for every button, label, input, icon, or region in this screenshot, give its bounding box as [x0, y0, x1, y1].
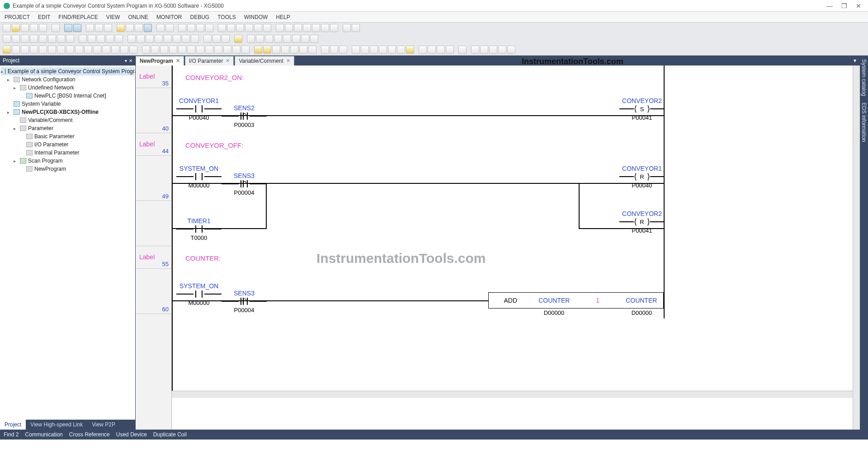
tool-btn[interactable] — [57, 46, 65, 54]
tool-btn[interactable] — [12, 46, 20, 54]
tool-btn[interactable] — [156, 24, 165, 32]
tool-btn[interactable] — [64, 24, 72, 32]
tool-btn[interactable] — [223, 46, 231, 54]
tool-btn[interactable] — [321, 46, 329, 54]
tool-btn[interactable] — [406, 46, 414, 54]
tool-btn[interactable] — [312, 24, 320, 32]
menu-window[interactable]: WINDOW — [244, 14, 268, 20]
tool-btn[interactable] — [52, 24, 60, 32]
close-icon[interactable]: ✕ — [286, 58, 290, 64]
tool-btn[interactable] — [182, 35, 190, 43]
tool-btn[interactable] — [330, 46, 338, 54]
ladder-editor[interactable]: CONVEYOR2_ON: CONVEYOR_OFF: COUNTER: CON… — [172, 65, 853, 430]
tool-btn[interactable] — [205, 24, 213, 32]
tool-btn[interactable] — [106, 35, 114, 43]
tool-btn[interactable] — [115, 35, 123, 43]
tree-root[interactable]: Example of a simple Conveyor Control Sys… — [8, 68, 135, 75]
tool-btn[interactable] — [458, 46, 467, 54]
tool-btn[interactable] — [212, 35, 221, 43]
tool-btn[interactable] — [129, 46, 137, 54]
tool-btn[interactable] — [30, 24, 38, 32]
tool-btn[interactable] — [135, 24, 143, 32]
tool-btn[interactable] — [3, 24, 11, 32]
tree-sys-var[interactable]: System Variable — [22, 101, 61, 107]
tool-btn[interactable] — [283, 35, 291, 43]
tool-btn[interactable] — [214, 46, 222, 54]
tool-btn[interactable] — [308, 46, 316, 54]
tool-btn[interactable] — [290, 46, 298, 54]
contact-conveyor1[interactable]: CONVEYOR1 P00040 — [176, 97, 222, 121]
status-find[interactable]: Find 2 — [4, 431, 19, 438]
tool-btn[interactable] — [169, 46, 177, 54]
tool-btn[interactable] — [173, 35, 181, 43]
tool-btn[interactable] — [178, 24, 186, 32]
tool-btn[interactable] — [93, 46, 101, 54]
tool-btn[interactable] — [39, 35, 47, 43]
tool-btn[interactable] — [21, 46, 29, 54]
tool-btn[interactable] — [301, 35, 309, 43]
tool-btn[interactable] — [160, 46, 168, 54]
tool-btn[interactable] — [265, 35, 273, 43]
close-button[interactable]: ✕ — [853, 2, 864, 9]
tool-btn[interactable] — [489, 46, 497, 54]
tool-btn[interactable] — [48, 35, 56, 43]
tool-btn[interactable] — [187, 46, 195, 54]
tool-btn[interactable] — [102, 46, 110, 54]
tool-btn[interactable] — [254, 24, 262, 32]
tree-internal-param[interactable]: Internal Parameter — [34, 150, 79, 156]
tool-btn[interactable] — [241, 46, 250, 54]
tool-btn[interactable] — [3, 46, 11, 54]
tool-btn[interactable] — [263, 24, 271, 32]
tool-btn[interactable] — [39, 24, 47, 32]
tool-btn[interactable] — [234, 35, 242, 43]
panel-close-icon[interactable]: ✕ — [129, 58, 132, 63]
menu-debug[interactable]: DEBUG — [190, 14, 210, 20]
contact-sens3[interactable]: SENS3 P P00004 — [222, 282, 267, 313]
tool-btn[interactable] — [419, 46, 427, 54]
tool-btn[interactable] — [66, 35, 74, 43]
tool-btn[interactable] — [142, 46, 150, 54]
close-icon[interactable]: ✕ — [226, 58, 230, 64]
tool-btn[interactable] — [256, 35, 264, 43]
tool-btn[interactable] — [144, 24, 152, 32]
tool-btn[interactable] — [428, 46, 436, 54]
tool-btn[interactable] — [3, 35, 11, 43]
contact-system-on[interactable]: SYSTEM_ON M00000 — [176, 282, 222, 306]
tool-btn[interactable] — [151, 46, 159, 54]
tool-btn[interactable] — [12, 35, 20, 43]
tool-btn[interactable] — [507, 46, 515, 54]
tool-btn[interactable] — [388, 46, 396, 54]
tool-btn[interactable] — [498, 46, 506, 54]
tool-btn[interactable] — [104, 24, 112, 32]
tool-btn[interactable] — [218, 24, 226, 32]
tool-btn[interactable] — [236, 24, 244, 32]
tool-btn[interactable] — [57, 35, 65, 43]
contact-sens2[interactable]: SENS2 P P00003 — [222, 97, 267, 128]
tool-btn[interactable] — [330, 24, 338, 32]
tool-btn[interactable] — [263, 46, 271, 54]
tool-btn[interactable] — [272, 46, 280, 54]
tree-scan[interactable]: Scan Program — [28, 158, 63, 164]
contact-sens3[interactable]: SENS3 P P00004 — [222, 165, 267, 196]
tool-btn[interactable] — [274, 35, 282, 43]
tool-btn[interactable] — [75, 46, 83, 54]
status-cross-reference[interactable]: Cross Reference — [69, 431, 110, 438]
tool-btn[interactable] — [196, 46, 204, 54]
doc-tab-newprogram[interactable]: NewProgram✕ — [136, 56, 184, 65]
tree-newprogram[interactable]: NewProgram — [34, 166, 66, 172]
menu-help[interactable]: HELP — [276, 14, 290, 20]
tree-param[interactable]: Parameter — [28, 125, 53, 131]
tool-btn[interactable] — [379, 46, 387, 54]
tool-btn[interactable] — [187, 24, 195, 32]
tool-btn[interactable] — [79, 35, 87, 43]
tool-btn[interactable] — [178, 46, 186, 54]
tree-basic-param[interactable]: Basic Parameter — [34, 133, 75, 140]
tool-btn[interactable] — [352, 46, 360, 54]
tool-btn[interactable] — [310, 35, 318, 43]
menu-find[interactable]: FIND/REPLACE — [58, 14, 98, 20]
contact-timer1[interactable]: TIMER1 T0000 — [176, 210, 222, 241]
tool-btn[interactable] — [361, 46, 369, 54]
tool-btn[interactable] — [165, 24, 174, 32]
tool-btn[interactable] — [343, 24, 351, 32]
tool-btn[interactable] — [303, 24, 311, 32]
